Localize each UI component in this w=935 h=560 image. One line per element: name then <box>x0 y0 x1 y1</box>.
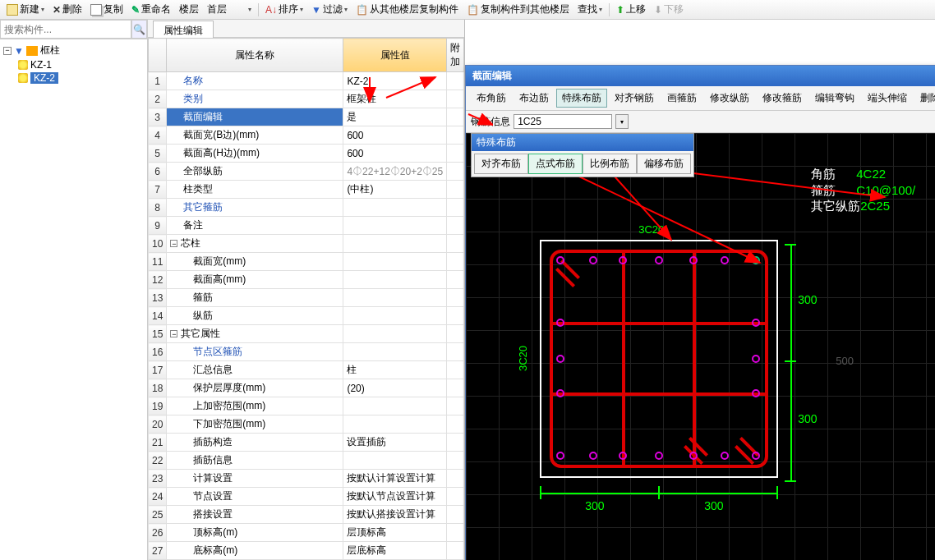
property-extra[interactable] <box>447 145 464 163</box>
property-value[interactable]: 框架柱 <box>343 90 447 108</box>
copy-from-button[interactable]: 📋从其他楼层复制构件 <box>352 1 462 18</box>
property-row[interactable]: 23计算设置按默认计算设置计算 <box>149 470 464 488</box>
property-value[interactable] <box>343 307 447 325</box>
dialog-toolbar-button[interactable]: 布角筋 <box>471 89 512 108</box>
property-row[interactable]: 7柱类型(中柱) <box>149 181 464 199</box>
property-value[interactable] <box>343 235 447 253</box>
property-value[interactable] <box>343 415 447 434</box>
property-value[interactable] <box>343 271 447 289</box>
property-row[interactable]: 3截面编辑是 <box>149 108 464 126</box>
property-value[interactable]: 层顶标高 <box>343 524 447 542</box>
property-row[interactable]: 1名称KZ-2 <box>149 72 464 90</box>
copy-button[interactable]: 复制 <box>87 1 127 18</box>
special-layout-button[interactable]: 偏移布筋 <box>637 154 691 174</box>
rebar-info-dropdown[interactable]: ▾ <box>615 114 629 129</box>
property-row[interactable]: 19上加密范围(mm) <box>149 397 464 415</box>
property-row[interactable]: 26顶标高(m)层顶标高 <box>149 524 464 542</box>
property-row[interactable]: 20下加密范围(mm) <box>149 415 464 434</box>
property-value[interactable] <box>343 217 447 235</box>
dialog-toolbar-button[interactable]: 画箍筋 <box>661 89 702 108</box>
move-up-button[interactable]: ⬆上移 <box>613 1 649 18</box>
property-row[interactable]: 11截面宽(mm) <box>149 253 464 271</box>
special-layout-button[interactable]: 比例布筋 <box>583 154 637 174</box>
rebar-info-input[interactable] <box>514 114 612 129</box>
property-value[interactable]: 600 <box>343 145 447 163</box>
section-canvas[interactable]: 特殊布筋 对齐布筋点式布筋比例布筋偏移布筋 <box>466 133 935 560</box>
property-extra[interactable] <box>447 325 464 343</box>
property-value[interactable]: 层底标高 <box>343 542 447 560</box>
dialog-toolbar-button[interactable]: 编辑弯钩 <box>809 89 860 108</box>
tree-item[interactable]: KZ-2 <box>3 71 144 85</box>
property-row[interactable]: 22插筋信息 <box>149 452 464 470</box>
property-extra[interactable] <box>447 452 464 470</box>
property-value[interactable] <box>343 397 447 415</box>
property-extra[interactable] <box>447 524 464 542</box>
property-value[interactable]: 600 <box>343 126 447 145</box>
property-extra[interactable] <box>447 307 464 325</box>
property-extra[interactable] <box>447 90 464 108</box>
sort-button[interactable]: A↓排序▾ <box>262 1 306 18</box>
property-value[interactable]: 设置插筋 <box>343 434 447 452</box>
property-extra[interactable] <box>447 108 464 126</box>
property-extra[interactable] <box>447 126 464 145</box>
tree-item[interactable]: KZ-1 <box>3 58 144 71</box>
delete-button[interactable]: ✕删除 <box>49 1 85 18</box>
property-extra[interactable] <box>447 397 464 415</box>
filter-button[interactable]: ▼过滤▾ <box>308 1 351 18</box>
property-extra[interactable] <box>447 506 464 524</box>
special-layout-button[interactable]: 点式布筋 <box>528 154 583 174</box>
component-tree[interactable]: − ▼ 框柱 KZ-1 KZ-2 <box>0 39 147 88</box>
property-value[interactable] <box>343 199 447 217</box>
property-row[interactable]: 9备注 <box>149 217 464 235</box>
floor-select[interactable]: 首层▾ <box>204 1 255 18</box>
property-value[interactable]: 按默认节点设置计算 <box>343 488 447 506</box>
property-row[interactable]: 5截面高(H边)(mm)600 <box>149 145 464 163</box>
rename-button[interactable]: ✎重命名 <box>128 1 174 18</box>
property-row[interactable]: 25搭接设置按默认搭接设置计算 <box>149 506 464 524</box>
property-extra[interactable] <box>447 434 464 452</box>
dialog-toolbar-button[interactable]: 特殊布筋 <box>556 89 607 108</box>
property-extra[interactable] <box>447 253 464 271</box>
dialog-toolbar-button[interactable]: 对齐钢筋 <box>609 89 660 108</box>
property-row[interactable]: 24节点设置按默认节点设置计算 <box>149 488 464 506</box>
property-value[interactable] <box>343 452 447 470</box>
tree-root[interactable]: − ▼ 框柱 <box>3 43 144 58</box>
property-row[interactable]: 4截面宽(B边)(mm)600 <box>149 126 464 145</box>
property-value[interactable]: (中柱) <box>343 181 447 199</box>
property-extra[interactable] <box>447 488 464 506</box>
property-value[interactable]: 是 <box>343 108 447 126</box>
property-row[interactable]: 14纵筋 <box>149 307 464 325</box>
property-value[interactable]: 按默认计算设置计算 <box>343 470 447 488</box>
search-button[interactable]: 🔍 <box>131 20 147 39</box>
dialog-toolbar-button[interactable]: 端头伸缩 <box>862 89 913 108</box>
property-row[interactable]: 6全部纵筋4⏀22+12⏀20+2⏀25 <box>149 163 464 181</box>
property-value[interactable] <box>343 253 447 271</box>
property-extra[interactable] <box>447 199 464 217</box>
property-extra[interactable] <box>447 163 464 181</box>
property-row[interactable]: 15−其它属性 <box>149 325 464 343</box>
property-extra[interactable] <box>447 343 464 361</box>
property-extra[interactable] <box>447 379 464 397</box>
property-row[interactable]: 17汇总信息柱 <box>149 361 464 379</box>
property-value[interactable] <box>343 343 447 361</box>
property-extra[interactable] <box>447 470 464 488</box>
property-row[interactable]: 13箍筋 <box>149 289 464 307</box>
property-row[interactable]: 12截面高(mm) <box>149 271 464 289</box>
property-value[interactable] <box>343 289 447 307</box>
property-extra[interactable] <box>447 181 464 199</box>
property-row[interactable]: 16节点区箍筋 <box>149 343 464 361</box>
property-extra[interactable] <box>447 72 464 90</box>
property-value[interactable]: 柱 <box>343 361 447 379</box>
property-extra[interactable] <box>447 217 464 235</box>
property-extra[interactable] <box>447 415 464 434</box>
property-row[interactable]: 21插筋构造设置插筋 <box>149 434 464 452</box>
new-button[interactable]: 新建▾ <box>3 1 48 18</box>
tab-property-edit[interactable]: 属性编辑 <box>153 21 214 38</box>
property-row[interactable]: 8其它箍筋 <box>149 199 464 217</box>
special-layout-button[interactable]: 对齐布筋 <box>474 154 528 174</box>
copy-to-button[interactable]: 📋复制构件到其他楼层 <box>463 1 573 18</box>
property-value[interactable] <box>343 325 447 343</box>
search-input[interactable] <box>0 20 131 39</box>
dialog-toolbar-button[interactable]: 布边筋 <box>514 89 555 108</box>
property-extra[interactable] <box>447 542 464 560</box>
